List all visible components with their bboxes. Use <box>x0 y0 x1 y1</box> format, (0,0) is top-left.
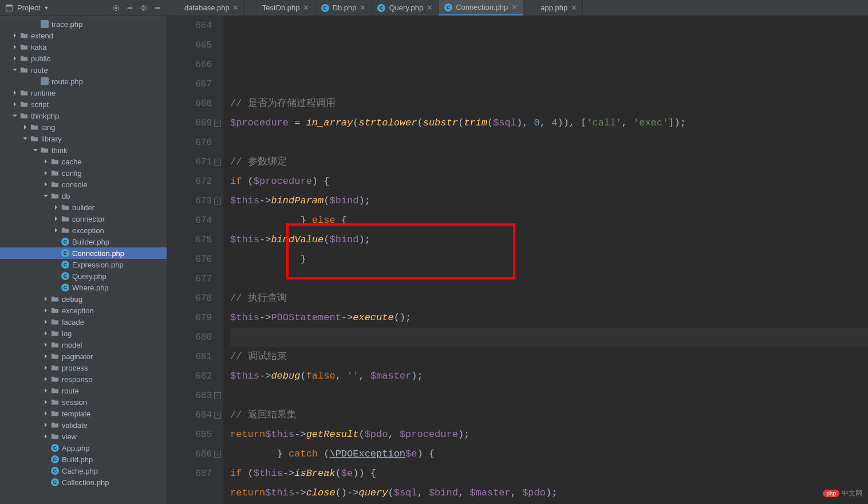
tree-arrow-icon[interactable] <box>42 318 49 325</box>
tree-arrow-icon[interactable] <box>42 170 49 176</box>
tree-arrow-icon[interactable] <box>53 284 60 291</box>
code-line[interactable]: } <box>230 250 868 269</box>
tree-arrow-icon[interactable] <box>32 147 39 153</box>
tree-arrow-icon[interactable] <box>42 387 49 394</box>
tree-arrow-icon[interactable] <box>11 101 18 108</box>
tab-query-php[interactable]: CQuery.php✕ <box>372 0 439 15</box>
fold-marker-icon[interactable]: ▴ <box>214 451 221 458</box>
tree-arrow-icon[interactable] <box>53 215 60 222</box>
tree-item-view[interactable]: view <box>0 431 167 442</box>
tree-arrow-icon[interactable] <box>11 112 18 119</box>
tree-item-collection-php[interactable]: CCollection.php <box>0 477 167 488</box>
code-line[interactable]: $this->bindParam($bind); <box>230 191 868 211</box>
close-icon[interactable]: ✕ <box>303 5 309 11</box>
tree-item-console[interactable]: console <box>0 179 167 190</box>
tree-item-builder[interactable]: builder <box>0 202 167 213</box>
tree-arrow-icon[interactable] <box>32 78 39 85</box>
tree-arrow-icon[interactable] <box>42 376 49 383</box>
tree-item-config[interactable]: config <box>0 167 167 179</box>
close-icon[interactable]: ✕ <box>360 5 365 11</box>
tree-item-builder-php[interactable]: CBuilder.php <box>0 236 167 247</box>
code-line[interactable]: return $this->close()->query($sql, $bind… <box>230 483 868 503</box>
tree-arrow-icon[interactable] <box>53 227 60 234</box>
tree-item-runtime[interactable]: runtime <box>0 87 167 99</box>
tree-item-think[interactable]: think <box>0 144 167 156</box>
tree-item-route[interactable]: route <box>0 385 167 396</box>
code-line[interactable]: } else { <box>230 211 868 230</box>
code-line[interactable] <box>230 386 868 405</box>
tree-arrow-icon[interactable] <box>53 261 60 268</box>
tree-arrow-icon[interactable] <box>53 204 60 211</box>
close-icon[interactable]: ✕ <box>233 5 239 11</box>
close-icon[interactable]: ✕ <box>427 5 432 11</box>
tree-item-process[interactable]: process <box>0 362 167 373</box>
tab-app-php[interactable]: app.php✕ <box>523 0 583 15</box>
fold-marker-icon[interactable]: ◊ <box>214 392 221 399</box>
code-line[interactable]: $this->bindValue($bind); <box>230 230 868 250</box>
code-line[interactable]: // 执行查询 <box>230 289 868 308</box>
code-pane[interactable]: // 是否为存储过程调用 $procedure = in_array(strto… <box>223 16 868 504</box>
code-line[interactable]: if ($this->isBreak($e)) { <box>230 464 868 483</box>
tree-arrow-icon[interactable] <box>42 410 49 417</box>
tree-arrow-icon[interactable] <box>42 158 49 165</box>
tree-arrow-icon[interactable] <box>11 89 18 96</box>
tree-arrow-icon[interactable] <box>42 353 49 360</box>
tree-item-session[interactable]: session <box>0 396 167 408</box>
tree-item-cache-php[interactable]: CCache.php <box>0 465 167 477</box>
tree-arrow-icon[interactable] <box>42 307 49 314</box>
tree-arrow-icon[interactable] <box>11 32 18 39</box>
tab-connection-php[interactable]: CConnection.php✕ <box>439 0 523 15</box>
tree-item-app-php[interactable]: CApp.php <box>0 442 167 454</box>
tree-item-connector[interactable]: connector <box>0 213 167 225</box>
code-line[interactable] <box>230 328 868 347</box>
tree-item-debug[interactable]: debug <box>0 293 167 305</box>
code-line[interactable]: // 参数绑定 <box>230 152 868 172</box>
tree-item-model[interactable]: model <box>0 339 167 351</box>
project-tree[interactable]: trace.phpextendkakapublicrouteroute.phpr… <box>0 16 167 504</box>
code-line[interactable]: } catch (\PDOException $e) { <box>230 444 868 464</box>
code-line[interactable]: $this->PDOStatement->execute(); <box>230 308 868 328</box>
tree-item-expression-php[interactable]: CExpression.php <box>0 259 167 270</box>
tree-item-trace-php[interactable]: trace.php <box>0 18 167 30</box>
tree-arrow-icon[interactable] <box>42 456 49 463</box>
tree-arrow-icon[interactable] <box>42 433 49 440</box>
tree-arrow-icon[interactable] <box>32 21 39 27</box>
tree-item-build-php[interactable]: CBuild.php <box>0 454 167 465</box>
code-line[interactable]: return $this->getResult($pdo, $procedure… <box>230 425 868 444</box>
tree-arrow-icon[interactable] <box>42 444 49 451</box>
code-line[interactable]: // 返回结果集 <box>230 405 868 425</box>
tree-item-exception[interactable]: exception <box>0 305 167 316</box>
fold-marker-icon[interactable]: ▾ <box>214 120 221 127</box>
tree-arrow-icon[interactable] <box>42 296 49 302</box>
sidebar-title[interactable]: Project <box>17 3 40 12</box>
tree-item-log[interactable]: log <box>0 328 167 339</box>
tab-db-php[interactable]: CDb.php✕ <box>315 0 372 15</box>
code-line[interactable]: // 调试结束 <box>230 347 868 367</box>
editor-content[interactable]: ▾◊▴◊▾▴ 664665666667668669670671672673674… <box>167 16 868 504</box>
tree-item-template[interactable]: template <box>0 408 167 419</box>
tree-item-extend[interactable]: extend <box>0 30 167 41</box>
tree-arrow-icon[interactable] <box>22 124 29 131</box>
tree-item-script[interactable]: script <box>0 99 167 110</box>
tab-database-php[interactable]: database.php✕ <box>167 0 245 15</box>
fold-marker-icon[interactable]: ▴ <box>214 198 221 204</box>
tree-item-kaka[interactable]: kaka <box>0 41 167 53</box>
hide-icon[interactable] <box>153 3 162 13</box>
code-line[interactable]: // 是否为存储过程调用 <box>230 94 868 113</box>
tree-arrow-icon[interactable] <box>53 250 60 257</box>
tree-arrow-icon[interactable] <box>42 467 49 474</box>
tree-item-route[interactable]: route <box>0 64 167 76</box>
tree-arrow-icon[interactable] <box>11 55 18 62</box>
tree-arrow-icon[interactable] <box>11 44 18 50</box>
tree-arrow-icon[interactable] <box>42 422 49 428</box>
tree-item-route-php[interactable]: route.php <box>0 76 167 87</box>
close-icon[interactable]: ✕ <box>571 5 577 11</box>
tree-arrow-icon[interactable] <box>42 399 49 405</box>
tree-item-exception[interactable]: exception <box>0 225 167 236</box>
tree-item-validate[interactable]: validate <box>0 419 167 431</box>
tree-arrow-icon[interactable] <box>42 479 49 486</box>
tree-arrow-icon[interactable] <box>42 341 49 348</box>
code-line[interactable] <box>230 133 868 152</box>
tree-item-public[interactable]: public <box>0 53 167 64</box>
tree-item-paginator[interactable]: paginator <box>0 351 167 362</box>
